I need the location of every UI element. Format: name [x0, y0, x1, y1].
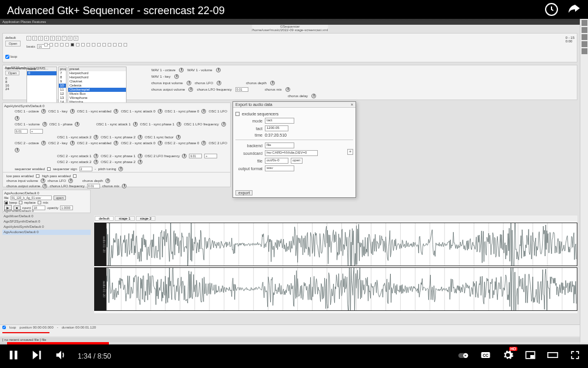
knob[interactable] — [182, 154, 187, 158]
mode-select[interactable]: tact — [265, 118, 294, 124]
step-row[interactable] — [44, 43, 127, 47]
waveform-canvas[interactable] — [106, 223, 577, 266]
knob[interactable] — [75, 122, 79, 127]
wave-tabs[interactable]: default stage 1 stage 2 — [94, 216, 577, 221]
prog-row[interactable]: 9 — [59, 79, 66, 84]
exclude-seq-checkbox[interactable] — [235, 112, 240, 116]
pattern-grid[interactable]: 1234 5678 9 — [26, 36, 78, 41]
prog-row[interactable]: 7 — [59, 71, 66, 75]
value-input[interactable]: 6.01 — [15, 129, 28, 134]
knob[interactable] — [158, 141, 162, 145]
knob[interactable] — [70, 109, 75, 114]
knob[interactable] — [15, 116, 19, 121]
tree-node[interactable]: AgsPanel/Default 0 — [2, 208, 91, 214]
share-icon[interactable] — [567, 2, 581, 19]
prog-row[interactable]: 10 — [59, 84, 66, 88]
inst-row[interactable]: Clavinet — [68, 79, 126, 84]
knob[interactable] — [188, 87, 193, 92]
wave-tab[interactable]: stage 1 — [115, 216, 135, 221]
timeline-loop-checkbox[interactable] — [2, 326, 6, 329]
inst-row[interactable]: Harpsichord — [68, 71, 126, 75]
mode-keep-radio[interactable] — [4, 201, 8, 204]
wave-tab[interactable]: default — [95, 216, 114, 221]
open-button[interactable]: Open — [5, 41, 21, 47]
knob[interactable] — [94, 154, 98, 158]
format-select[interactable]: wav — [265, 165, 294, 171]
knob[interactable] — [114, 141, 118, 145]
knob[interactable] — [138, 160, 142, 164]
prog-row[interactable]: 12 — [59, 92, 66, 96]
lfo-freq-input[interactable]: 0.01 — [87, 184, 100, 188]
knob[interactable] — [41, 141, 46, 145]
seq-enabled-checkbox[interactable] — [47, 167, 51, 171]
prog-row[interactable]: 13 — [59, 96, 66, 100]
knob[interactable] — [270, 81, 275, 85]
soundcard-select[interactable]: hw:CARD=NVidia,DEV=0 — [265, 150, 318, 156]
knob[interactable] — [41, 109, 46, 114]
prog-row[interactable]: 8 — [59, 75, 66, 79]
knob[interactable] — [158, 109, 162, 114]
mode-replace-radio[interactable] — [19, 201, 22, 204]
lfo-freq-input[interactable]: 0.01 — [235, 87, 248, 92]
value-input[interactable]: 6.01 — [189, 154, 202, 158]
pause-icon[interactable] — [7, 349, 20, 364]
knob[interactable] — [201, 141, 206, 145]
sf2-open-button[interactable]: Open — [5, 71, 19, 75]
volume-knob[interactable] — [216, 68, 221, 72]
knob[interactable] — [177, 122, 181, 127]
knob[interactable] — [187, 81, 191, 85]
knob[interactable] — [70, 141, 75, 145]
file-input[interactable]: out/0s-0 — [265, 158, 288, 164]
prog-row[interactable]: 11 — [59, 88, 66, 92]
miniplayer-icon[interactable] — [524, 349, 536, 363]
close-icon[interactable]: × — [351, 102, 353, 107]
file-open-button[interactable]: open — [291, 158, 303, 164]
seq-sign-input[interactable]: 2 — [79, 167, 92, 171]
tree-node[interactable]: AgsHybridSynth/Default 0 — [2, 224, 91, 230]
theater-icon[interactable] — [547, 349, 559, 363]
knob[interactable] — [217, 81, 221, 85]
add-output-button[interactable]: + — [347, 149, 353, 155]
loop-checkbox[interactable] — [5, 55, 9, 59]
mode-mix-radio[interactable] — [38, 201, 41, 204]
knob[interactable] — [133, 122, 138, 127]
knob[interactable] — [94, 160, 98, 164]
value-input[interactable]: + — [30, 129, 43, 134]
wave-tab[interactable]: stage 2 — [136, 216, 156, 221]
tree-node[interactable]: AgsMixer/Default 0 — [2, 214, 91, 219]
volume-icon[interactable] — [54, 349, 67, 364]
knob[interactable] — [42, 184, 47, 188]
key-knob[interactable] — [174, 74, 179, 79]
waveform-canvas[interactable] — [106, 267, 577, 311]
knob[interactable] — [285, 87, 290, 92]
tree-node[interactable]: AgsAudiorec/Default 0 — [2, 230, 91, 235]
hp-checkbox[interactable] — [73, 174, 77, 178]
captions-icon[interactable]: CC — [480, 349, 491, 363]
fullscreen-icon[interactable] — [569, 349, 581, 363]
knob[interactable] — [201, 109, 206, 114]
knob[interactable] — [311, 94, 316, 98]
tree-node[interactable]: AgsSF2Synth/Default 0 — [2, 219, 91, 224]
knob[interactable] — [138, 154, 142, 158]
knob[interactable] — [176, 135, 181, 140]
knob[interactable] — [105, 178, 110, 183]
lp-checkbox[interactable] — [36, 174, 39, 178]
octave-knob[interactable] — [179, 68, 184, 72]
tact-input[interactable]: 1200.05 — [265, 125, 288, 131]
settings-icon[interactable]: HD — [502, 349, 514, 363]
knob[interactable] — [221, 122, 226, 127]
knob[interactable] — [138, 135, 142, 140]
knob[interactable] — [68, 178, 73, 183]
inst-row[interactable]: Glockenspiel — [68, 88, 126, 92]
export-button[interactable]: export — [235, 190, 253, 195]
watch-later-icon[interactable] — [544, 2, 559, 19]
inst-row[interactable]: Vibraphone — [68, 96, 126, 100]
inst-row[interactable]: Celesta — [68, 84, 126, 88]
knob[interactable] — [122, 184, 127, 188]
inst-row[interactable]: Music Box — [68, 92, 126, 96]
rec-open-button[interactable]: open — [54, 195, 66, 200]
knob[interactable] — [114, 109, 118, 114]
knob[interactable] — [41, 178, 45, 183]
knob[interactable] — [42, 122, 47, 127]
knob[interactable] — [15, 148, 19, 152]
